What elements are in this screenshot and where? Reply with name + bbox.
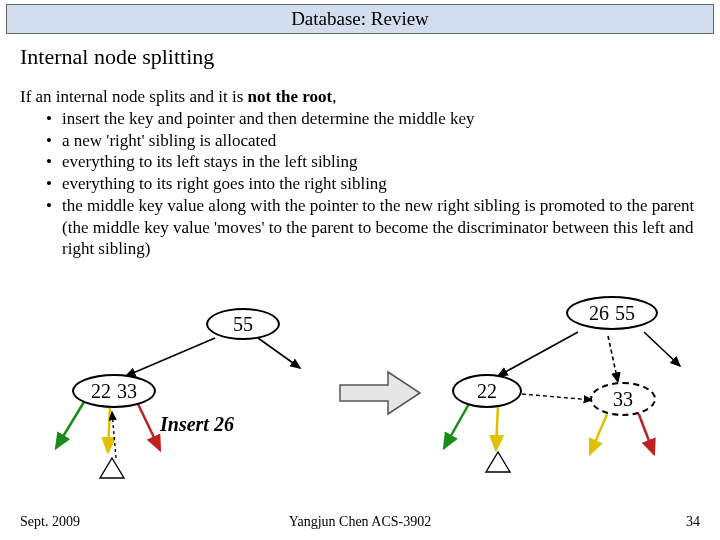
footer-center: Yangjun Chen ACS-3902 (20, 514, 700, 530)
intro-prefix: If an internal node splits and it is (20, 87, 248, 106)
node-key: 33 (117, 380, 137, 403)
node-key: 33 (613, 388, 633, 411)
svg-line-3 (108, 406, 110, 452)
insert-label-text: Insert 26 (160, 413, 234, 435)
body-text: If an internal node splits and it is not… (20, 86, 700, 260)
svg-line-11 (496, 404, 498, 450)
svg-line-9 (644, 332, 680, 366)
node-child-right-b: 33 (590, 382, 656, 416)
slide-title-bar: Database: Review (6, 4, 714, 34)
svg-line-7 (498, 332, 578, 376)
node-key: 22 (91, 380, 111, 403)
insert-label: Insert 26 (160, 414, 234, 435)
node-key: 26 (589, 302, 609, 325)
svg-line-4 (138, 404, 160, 450)
svg-line-10 (444, 402, 470, 448)
intro-suffix: , (332, 87, 336, 106)
node-key: 55 (233, 313, 253, 336)
node-child-left: 22 33 (72, 374, 156, 408)
node-key: 22 (477, 380, 497, 403)
svg-line-14 (638, 412, 654, 454)
svg-line-2 (56, 402, 84, 448)
intro-line: If an internal node splits and it is not… (20, 86, 700, 108)
svg-line-0 (126, 338, 215, 376)
bullet-item: the middle key value along with the poin… (20, 195, 700, 260)
big-arrow-icon (340, 372, 420, 414)
node-key: 55 (615, 302, 635, 325)
bullet-item: everything to its right goes into the ri… (20, 173, 700, 195)
bullet-list: insert the key and pointer and then dete… (20, 108, 700, 260)
bullet-item: a new 'right' sibling is allocated (20, 130, 700, 152)
svg-marker-6 (100, 458, 124, 478)
bullet-item: everything to its left stays in the left… (20, 151, 700, 173)
bullet-item: insert the key and pointer and then dete… (20, 108, 700, 130)
node-parent-right: 26 55 (566, 296, 658, 330)
section-title: Internal node splitting (20, 44, 214, 70)
slide-title: Database: Review (291, 8, 429, 30)
svg-line-5 (112, 412, 116, 458)
node-child-right-a: 22 (452, 374, 522, 408)
svg-line-8 (608, 336, 618, 382)
svg-line-15 (522, 394, 592, 400)
intro-bold: not the root (248, 87, 333, 106)
node-parent-left: 55 (206, 308, 280, 340)
footer: Sept. 2009 Yangjun Chen ACS-3902 34 (20, 514, 700, 530)
svg-line-13 (590, 412, 608, 454)
svg-marker-12 (486, 452, 510, 472)
diagram-area: 55 22 33 Insert 26 26 55 22 33 (0, 290, 720, 500)
svg-line-1 (258, 338, 300, 368)
